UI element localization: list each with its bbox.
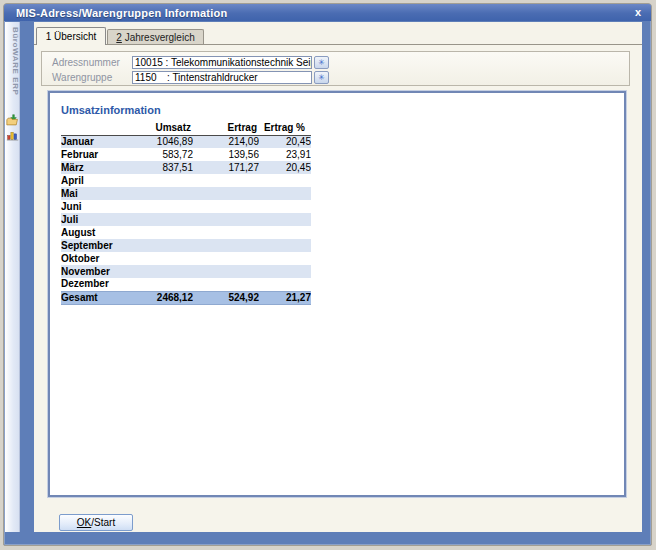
ertrag-pct-cell [259, 187, 311, 200]
month-cell: Mai [61, 187, 123, 200]
ertrag-cell [193, 187, 259, 200]
warengruppe-desc: : Tintenstrahldrucker [167, 72, 258, 83]
ertrag-cell: 171,27 [193, 161, 259, 174]
sidebar-toolbar [5, 114, 20, 142]
adressnummer-field[interactable]: 10015 : Telekommunikationstechnik Seip /… [132, 56, 312, 69]
client-area: 1 Übersicht 2 Jahresvergleich Adressnumm… [34, 22, 642, 532]
table-row: Januar 1046,89 214,09 20,45 [61, 135, 311, 148]
umsatz-column-header: Umsatz [123, 121, 193, 135]
tab-uebersicht-label: 1 Übersicht [46, 31, 97, 42]
ok-start-accel: OK [77, 517, 91, 528]
umsatz-cell [123, 174, 193, 187]
tab-jahresvergleich-label: Jahresvergleich [122, 32, 195, 43]
ertrag-pct-cell [259, 226, 311, 239]
month-cell: August [61, 226, 123, 239]
ertrag-cell [193, 174, 259, 187]
adressnummer-label: Adressnummer [52, 57, 120, 68]
month-cell: September [61, 239, 123, 252]
ertrag-pct-cell: 20,45 [259, 135, 311, 148]
umsatz-cell [123, 278, 193, 291]
table-row: Juli [61, 213, 311, 226]
warengruppe-label: Warengruppe [52, 72, 112, 83]
month-cell: März [61, 161, 123, 174]
ertrag-cell [193, 239, 259, 252]
ertrag-pct-cell [259, 265, 311, 278]
umsatz-cell [123, 239, 193, 252]
brand-sidebar: BüroWARE ERP [5, 22, 20, 532]
ertrag-cell [193, 200, 259, 213]
table-row: Februar 583,72 139,56 23,91 [61, 148, 311, 161]
tab-jahresvergleich[interactable]: 2 Jahresvergleich [107, 29, 204, 45]
warengruppe-code: 1150 [135, 72, 167, 83]
ertrag-pct-cell [259, 252, 311, 265]
umsatz-cell: 583,72 [123, 148, 193, 161]
folder-open-icon[interactable] [6, 114, 19, 127]
ertrag-cell: 214,09 [193, 135, 259, 148]
month-cell: Juni [61, 200, 123, 213]
umsatz-cell [123, 226, 193, 239]
close-icon[interactable]: x [635, 5, 641, 20]
table-row: Dezember [61, 278, 311, 291]
form-panel: Adressnummer 10015 : Telekommunikationst… [41, 51, 630, 86]
ertrag-cell [193, 226, 259, 239]
ertrag-cell [193, 213, 259, 226]
umsatz-cell [123, 200, 193, 213]
lookup-asterisk-icon: ✳ [318, 58, 325, 67]
umsatz-cell [123, 252, 193, 265]
table-row: September [61, 239, 311, 252]
brand-text: BüroWARE ERP [5, 25, 20, 117]
table-row: Juni [61, 200, 311, 213]
month-cell: Dezember [61, 278, 123, 291]
umsatz-table: Umsatz Ertrag Ertrag % Januar 1046,89 21… [61, 121, 311, 305]
adressnummer-row: Adressnummer 10015 : Telekommunikationst… [42, 56, 629, 69]
umsatz-cell: 1046,89 [123, 135, 193, 148]
umsatz-cell [123, 187, 193, 200]
table-row: April [61, 174, 311, 187]
month-cell: April [61, 174, 123, 187]
warengruppe-field[interactable]: 1150: Tintenstrahldrucker [132, 71, 312, 84]
ertrag-pct-cell [259, 200, 311, 213]
month-column-header [61, 121, 123, 135]
adressnummer-value: 10015 : Telekommunikationstechnik Seip /… [135, 57, 312, 68]
ertrag-pct-cell: 23,91 [259, 148, 311, 161]
ok-start-rest: /Start [91, 517, 115, 528]
table-row: Mai [61, 187, 311, 200]
bar-chart-icon[interactable] [6, 129, 19, 142]
total-ertrag-pct-cell: 21,27 [259, 291, 311, 304]
ertrag-pct-cell [259, 278, 311, 291]
total-row: Gesamt 2468,12 524,92 21,27 [61, 291, 311, 304]
screen: MIS-Adress/Warengruppen Information x Bü… [0, 0, 656, 550]
ertrag-pct-cell: 20,45 [259, 161, 311, 174]
month-cell: Januar [61, 135, 123, 148]
month-cell: Februar [61, 148, 123, 161]
table-row: März 837,51 171,27 20,45 [61, 161, 311, 174]
info-panel: Umsatzinformation Umsatz Ertrag Ertrag % [48, 91, 626, 497]
month-cell: Oktober [61, 252, 123, 265]
total-ertrag-cell: 524,92 [193, 291, 259, 304]
window-title: MIS-Adress/Warengruppen Information [4, 7, 227, 19]
ok-start-button[interactable]: OK/Start [59, 514, 133, 531]
table-row: Oktober [61, 252, 311, 265]
month-cell: Juli [61, 213, 123, 226]
ertrag-cell [193, 278, 259, 291]
umsatz-cell [123, 265, 193, 278]
ertrag-column-header: Ertrag [193, 121, 259, 135]
ertrag-cell: 139,56 [193, 148, 259, 161]
ertrag-pct-cell [259, 213, 311, 226]
total-umsatz-cell: 2468,12 [123, 291, 193, 304]
adressnummer-lookup-button[interactable]: ✳ [314, 56, 329, 69]
umsatz-cell [123, 213, 193, 226]
table-row: August [61, 226, 311, 239]
warengruppe-lookup-button[interactable]: ✳ [314, 71, 329, 84]
ertrag-cell [193, 265, 259, 278]
warengruppe-row: Warengruppe 1150: Tintenstrahldrucker ✳ [42, 71, 629, 84]
ertrag-pct-column-header: Ertrag % [259, 121, 311, 135]
table-header-row: Umsatz Ertrag Ertrag % [61, 121, 311, 135]
tab-uebersicht[interactable]: 1 Übersicht [36, 27, 106, 45]
tab-page-uebersicht: Adressnummer 10015 : Telekommunikationst… [34, 44, 642, 532]
table-title: Umsatzinformation [61, 104, 161, 116]
ertrag-pct-cell [259, 239, 311, 252]
total-label-cell: Gesamt [61, 291, 123, 304]
title-bar: MIS-Adress/Warengruppen Information x [4, 4, 651, 21]
lookup-asterisk-icon: ✳ [318, 73, 325, 82]
